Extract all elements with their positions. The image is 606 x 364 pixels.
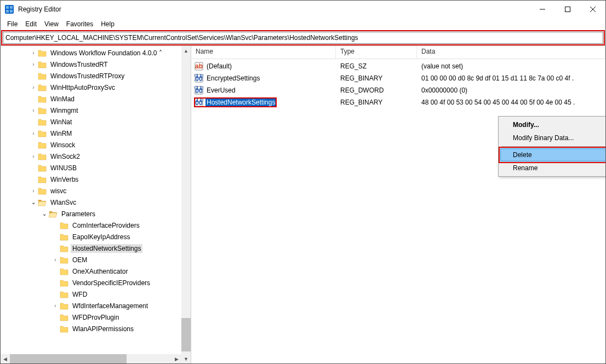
folder-icon	[38, 95, 47, 103]
tree-scrollbar-horizontal[interactable]: ◀ ▶	[1, 354, 181, 363]
folder-icon	[60, 221, 68, 230]
tree-item[interactable]: WlanAPIPermissions	[1, 323, 191, 334]
tree-item-label: OneXAuthenticator	[71, 267, 129, 276]
list-header: Name Type Data	[191, 46, 605, 59]
menubar: File Edit View Favorites Help	[1, 18, 605, 30]
folder-icon	[60, 256, 68, 264]
tree-item[interactable]: WinMad	[1, 93, 191, 105]
tree-item[interactable]: WFDProvPlugin	[1, 311, 191, 323]
tree-item[interactable]: ›OEM	[1, 254, 191, 265]
tree-item[interactable]: ›WinHttpAutoProxySvc	[1, 82, 191, 93]
tree-item[interactable]: WinVerbs	[1, 174, 191, 185]
folder-icon	[38, 152, 47, 161]
column-name[interactable]: Name	[191, 46, 336, 59]
tree-item[interactable]: ›WindowsTrustedRT	[1, 59, 191, 70]
chevron-right-icon[interactable]: ›	[51, 303, 60, 309]
folder-icon	[60, 279, 68, 287]
window-title: Registry Editor	[18, 5, 61, 13]
folder-icon	[38, 106, 47, 115]
folder-open-icon	[49, 210, 58, 218]
chevron-right-icon[interactable]: ›	[29, 130, 38, 136]
menu-favorites[interactable]: Favorites	[63, 19, 96, 29]
scroll-thumb[interactable]	[10, 354, 127, 363]
chevron-right-icon[interactable]: ›	[29, 188, 38, 194]
tree-item-label: wisvc	[49, 187, 68, 195]
chevron-down-icon[interactable]: ⌄	[40, 211, 49, 217]
tree-item[interactable]: ›WinSock2	[1, 151, 191, 162]
tree-item[interactable]: ⌄Parameters	[1, 208, 191, 219]
tree-item[interactable]: ›wisvc	[1, 185, 191, 197]
folder-icon	[60, 233, 68, 241]
folder-icon	[38, 83, 47, 92]
scroll-down-icon[interactable]: ▼	[181, 354, 191, 363]
tree-item[interactable]: VendorSpecificIEProviders	[1, 277, 191, 288]
value-data: 0x00000000 (0)	[417, 86, 605, 94]
tree-item[interactable]: WinNat	[1, 116, 191, 128]
tree-item[interactable]: WINUSB	[1, 162, 191, 174]
tree-item[interactable]: WFD	[1, 288, 191, 300]
chevron-right-icon[interactable]: ›	[29, 84, 38, 90]
close-button[interactable]	[580, 1, 605, 18]
folder-icon	[38, 175, 47, 184]
tree-item[interactable]: OneXAuthenticator	[1, 265, 191, 277]
tree-item[interactable]: WindowsTrustedRTProxy	[1, 70, 191, 82]
chevron-right-icon[interactable]: ›	[29, 50, 38, 56]
context-menu-item[interactable]: Delete	[500, 148, 605, 161]
menu-edit[interactable]: Edit	[22, 19, 40, 29]
tree-item-label: Winsock	[49, 141, 77, 149]
tree-item-label: Winmgmt	[49, 106, 80, 115]
scroll-left-icon[interactable]: ◀	[1, 354, 10, 363]
tree-item[interactable]: ›Winmgmt	[1, 105, 191, 116]
reg-binary-icon	[195, 74, 203, 83]
menu-help[interactable]: Help	[98, 19, 118, 29]
svg-rect-10	[565, 7, 570, 12]
tree-item[interactable]: HostedNetworkSettings	[1, 242, 191, 254]
scroll-right-icon[interactable]: ▶	[172, 354, 181, 363]
chevron-right-icon[interactable]: ›	[29, 61, 38, 67]
value-type: REG_BINARY	[336, 74, 417, 82]
tree-item[interactable]: EapolKeyIpAddress	[1, 231, 191, 242]
value-data: 48 00 4f 00 53 00 54 00 45 00 44 00 5f 0…	[417, 99, 605, 106]
column-data[interactable]: Data	[417, 46, 605, 59]
chevron-right-icon[interactable]: ›	[29, 153, 38, 159]
menu-view[interactable]: View	[41, 19, 62, 29]
chevron-right-icon[interactable]: ›	[51, 257, 60, 263]
registry-tree[interactable]: ›Windows Workflow Foundation 4.0.0 ˄›Win…	[1, 46, 191, 363]
tree-item-label: OEM	[71, 256, 89, 264]
value-data: (value not set)	[417, 62, 605, 70]
tree-item[interactable]: ›WfdInterfaceManagement	[1, 300, 191, 311]
chevron-down-icon[interactable]: ⌄	[29, 199, 38, 205]
column-type[interactable]: Type	[336, 46, 417, 59]
tree-item[interactable]: ›WinRM	[1, 128, 191, 139]
value-row[interactable]: EncryptedSettingsREG_BINARY01 00 00 00 d…	[191, 72, 605, 84]
context-menu: Modify...Modify Binary Data...DeleteRena…	[498, 116, 605, 177]
tree-item[interactable]: ComInterfaceProviders	[1, 219, 191, 231]
value-row[interactable]: (Default)REG_SZ(value not set)	[191, 60, 605, 72]
tree-item[interactable]: ⌄WlanSvc	[1, 197, 191, 208]
tree-scrollbar-vertical[interactable]: ▲ ▼	[181, 46, 191, 363]
titlebar: Registry Editor	[1, 1, 605, 18]
tree-item[interactable]: Winsock	[1, 139, 191, 151]
tree-item-label: ComInterfaceProviders	[71, 221, 141, 230]
minimize-button[interactable]	[530, 1, 555, 18]
folder-icon	[60, 267, 68, 276]
value-name: EncryptedSettings	[205, 74, 261, 83]
tree-item-label: VendorSpecificIEProviders	[71, 279, 152, 287]
tree-item[interactable]: ›Windows Workflow Foundation 4.0.0 ˄	[1, 47, 191, 59]
folder-icon	[60, 290, 68, 299]
context-menu-item[interactable]: Modify Binary Data...	[500, 131, 605, 145]
scroll-up-icon[interactable]: ▲	[181, 46, 191, 55]
chevron-right-icon[interactable]: ›	[29, 107, 38, 113]
scroll-thumb[interactable]	[181, 318, 191, 351]
value-row[interactable]: HostedNetworkSettingsREG_BINARY48 00 4f …	[191, 96, 605, 108]
maximize-button[interactable]	[555, 1, 580, 18]
folder-icon	[38, 141, 47, 149]
context-menu-item[interactable]: Rename	[500, 161, 605, 175]
context-menu-item[interactable]: Modify...	[500, 118, 605, 131]
tree-item-label: WinHttpAutoProxySvc	[49, 83, 117, 92]
address-bar[interactable]	[3, 32, 603, 44]
menu-file[interactable]: File	[4, 19, 21, 29]
value-list[interactable]: Name Type Data (Default)REG_SZ(value not…	[191, 46, 605, 363]
value-row[interactable]: EverUsedREG_DWORD0x00000000 (0)	[191, 84, 605, 96]
tree-item-label: WinVerbs	[49, 175, 80, 184]
